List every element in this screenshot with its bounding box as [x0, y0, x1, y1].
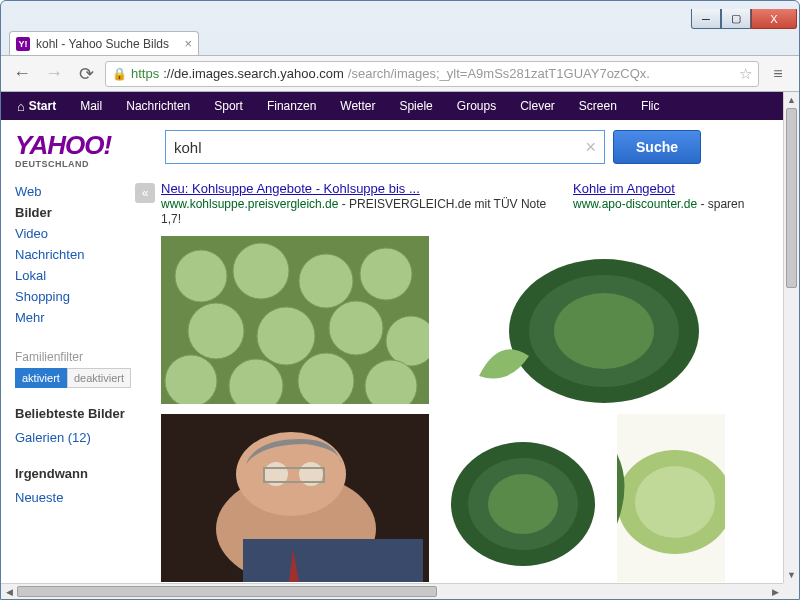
- sidebar-category[interactable]: Lokal: [15, 265, 133, 286]
- scroll-left-arrow[interactable]: ◀: [1, 584, 17, 599]
- url-host: ://de.images.search.yahoo.com: [163, 66, 344, 81]
- scroll-corner: [783, 583, 799, 599]
- chrome-menu-button[interactable]: ≡: [765, 61, 791, 87]
- minimize-button[interactable]: ─: [691, 9, 721, 29]
- tab-close-icon[interactable]: ×: [184, 36, 192, 51]
- image-row: [161, 236, 769, 404]
- filter-off[interactable]: deaktiviert: [67, 368, 131, 388]
- newest-link[interactable]: Neueste: [15, 487, 133, 508]
- result-image[interactable]: [439, 236, 725, 404]
- search-area: × Suche: [165, 130, 769, 169]
- collapse-sidebar-button[interactable]: «: [135, 183, 155, 203]
- svg-point-7: [329, 301, 383, 355]
- svg-point-27: [488, 474, 558, 534]
- search-box: × Suche: [165, 130, 769, 164]
- scroll-up-arrow[interactable]: ▲: [784, 92, 799, 108]
- browser-tab[interactable]: Y! kohl - Yahoo Suche Bilds ×: [9, 31, 199, 55]
- svg-point-3: [299, 254, 353, 308]
- logo[interactable]: YAHOO! DEUTSCHLAND: [15, 130, 165, 169]
- search-input[interactable]: [174, 139, 585, 156]
- ynav-item[interactable]: Screen: [567, 92, 629, 120]
- search-button[interactable]: Suche: [613, 130, 701, 164]
- clear-search-icon[interactable]: ×: [585, 137, 596, 158]
- tab-title: kohl - Yahoo Suche Bilds: [36, 37, 169, 51]
- titlebar: ─ ▢ X: [1, 1, 799, 29]
- sidebar-category[interactable]: Bilder: [15, 202, 133, 223]
- anytime-heading: Irgendwann: [15, 466, 133, 481]
- forward-button[interactable]: →: [41, 61, 67, 87]
- sidebar-category[interactable]: Mehr: [15, 307, 133, 328]
- scroll-down-arrow[interactable]: ▼: [784, 567, 799, 583]
- svg-point-4: [360, 248, 412, 300]
- horizontal-scrollbar[interactable]: ◀ ▶: [1, 583, 783, 599]
- ynav-item[interactable]: Finanzen: [255, 92, 328, 120]
- family-filter-label: Familienfilter: [15, 350, 133, 364]
- ynav-item[interactable]: Groups: [445, 92, 508, 120]
- ynav-item[interactable]: Wetter: [328, 92, 387, 120]
- ad-url: www.apo-discounter.de: [573, 197, 697, 211]
- sponsored-row: Neu: Kohlsuppe Angebote - Kohlsuppe bis …: [161, 181, 769, 226]
- close-button[interactable]: X: [751, 9, 797, 29]
- family-filter-toggle: aktiviertdeaktiviert: [15, 368, 133, 388]
- galleries-link[interactable]: Galerien (12): [15, 427, 133, 448]
- bookmark-star-icon[interactable]: ☆: [739, 65, 752, 83]
- popular-heading: Beliebteste Bilder: [15, 406, 133, 421]
- toolbar: ← → ⟳ 🔒 https://de.images.search.yahoo.c…: [1, 55, 799, 91]
- scroll-thumb[interactable]: [786, 108, 797, 288]
- tab-strip: Y! kohl - Yahoo Suche Bilds ×: [1, 29, 799, 55]
- header-row: YAHOO! DEUTSCHLAND × Suche: [1, 120, 783, 169]
- maximize-button[interactable]: ▢: [721, 9, 751, 29]
- ad-url: www.kohlsuppe.preisvergleich.de: [161, 197, 338, 211]
- result-image[interactable]: [439, 414, 607, 582]
- logo-text: YAHOO: [15, 130, 103, 160]
- collapse-col: «: [133, 181, 157, 583]
- svg-point-30: [635, 466, 715, 538]
- scroll-right-arrow[interactable]: ▶: [767, 584, 783, 599]
- sidebar-category[interactable]: Web: [15, 181, 133, 202]
- ad-title[interactable]: Kohle im Angebot: [573, 181, 675, 196]
- svg-point-2: [233, 243, 289, 299]
- url-path: /search/images;_ylt=A9mSs281zatT1GUAY7oz…: [348, 66, 650, 81]
- home-icon: ⌂: [17, 99, 25, 114]
- sidebar-category[interactable]: Video: [15, 223, 133, 244]
- ynav-item[interactable]: Clever: [508, 92, 567, 120]
- svg-rect-23: [243, 539, 423, 582]
- sidebar: WebBilderVideoNachrichtenLokalShoppingMe…: [15, 181, 133, 583]
- result-image[interactable]: [617, 414, 725, 582]
- image-row: [161, 414, 769, 582]
- ynav-item[interactable]: Sport: [202, 92, 255, 120]
- url-scheme: https: [131, 66, 159, 81]
- result-image[interactable]: [161, 236, 429, 404]
- sponsored-ad: Kohle im Angebot www.apo-discounter.de -…: [573, 181, 769, 226]
- vertical-scrollbar[interactable]: ▲ ▼: [783, 92, 799, 583]
- results: Neu: Kohlsuppe Angebote - Kohlsuppe bis …: [157, 181, 769, 583]
- page-content: ⌂StartMailNachrichtenSportFinanzenWetter…: [1, 91, 799, 599]
- reload-button[interactable]: ⟳: [73, 61, 99, 87]
- result-image[interactable]: [161, 414, 429, 582]
- filter-on[interactable]: aktiviert: [15, 368, 67, 388]
- sidebar-category[interactable]: Shopping: [15, 286, 133, 307]
- svg-point-9: [165, 355, 217, 404]
- ynav-item[interactable]: Spiele: [387, 92, 444, 120]
- svg-point-1: [175, 250, 227, 302]
- svg-point-11: [298, 353, 354, 404]
- ynav-item[interactable]: Mail: [68, 92, 114, 120]
- back-button[interactable]: ←: [9, 61, 35, 87]
- ynav-item[interactable]: ⌂Start: [5, 92, 68, 120]
- ad-desc: - sparen: [697, 197, 744, 211]
- viewport: ⌂StartMailNachrichtenSportFinanzenWetter…: [1, 92, 783, 583]
- logo-bang: !: [103, 130, 112, 160]
- ynav-item[interactable]: Nachrichten: [114, 92, 202, 120]
- sponsored-ad: Neu: Kohlsuppe Angebote - Kohlsuppe bis …: [161, 181, 553, 226]
- search-input-wrap: ×: [165, 130, 605, 164]
- url-bar[interactable]: 🔒 https://de.images.search.yahoo.com/sea…: [105, 61, 759, 87]
- window-controls: ─ ▢ X: [691, 9, 797, 29]
- svg-point-16: [554, 293, 654, 369]
- yahoo-nav: ⌂StartMailNachrichtenSportFinanzenWetter…: [1, 92, 783, 120]
- ad-title[interactable]: Neu: Kohlsuppe Angebote - Kohlsuppe bis …: [161, 181, 420, 196]
- body-row: WebBilderVideoNachrichtenLokalShoppingMe…: [1, 169, 783, 583]
- sidebar-category[interactable]: Nachrichten: [15, 244, 133, 265]
- ynav-item[interactable]: Flic: [629, 92, 672, 120]
- browser-window: ─ ▢ X Y! kohl - Yahoo Suche Bilds × ← → …: [0, 0, 800, 600]
- scroll-thumb[interactable]: [17, 586, 437, 597]
